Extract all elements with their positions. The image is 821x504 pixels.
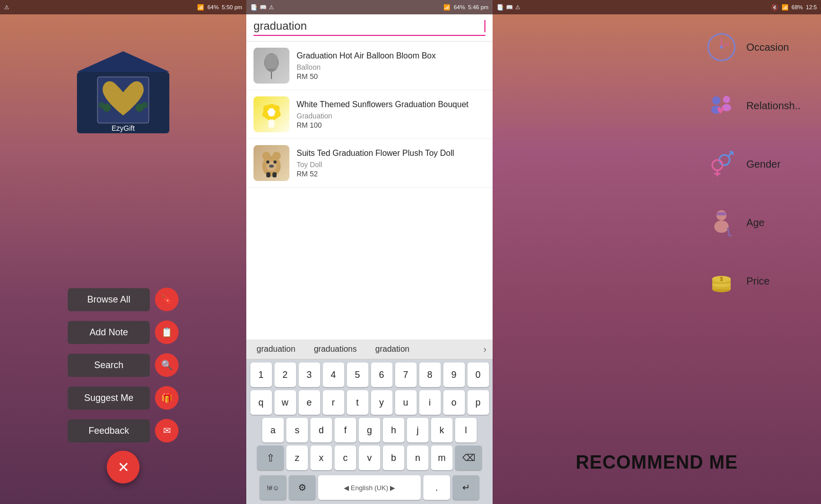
time-left: 5:50 pm <box>222 4 242 10</box>
occasion-icon <box>705 31 738 64</box>
close-fab-button[interactable]: ✕ <box>107 451 140 483</box>
key-n[interactable]: n <box>407 446 428 470</box>
add-note-button[interactable]: Add Note <box>68 321 150 344</box>
search-input[interactable] <box>253 19 484 33</box>
search-header <box>246 14 493 42</box>
key-y[interactable]: y <box>371 390 393 415</box>
key-7[interactable]: 7 <box>395 362 417 387</box>
key-p[interactable]: p <box>467 390 489 415</box>
key-z[interactable]: z <box>286 446 308 470</box>
key-v[interactable]: v <box>359 446 380 470</box>
key-5[interactable]: 5 <box>347 362 368 387</box>
result-thumb-0 <box>253 48 289 84</box>
key-e[interactable]: e <box>299 390 320 415</box>
result-thumb-1 <box>253 96 289 132</box>
key-j[interactable]: j <box>407 418 428 442</box>
envelope-icon: ✉ <box>163 425 171 436</box>
key-a[interactable]: a <box>262 418 284 442</box>
shift-key[interactable]: ⇧ <box>257 446 284 470</box>
wifi-right-icon: 📶 <box>781 4 789 11</box>
search-input-wrapper <box>253 19 485 36</box>
key-k[interactable]: k <box>431 418 453 442</box>
key-s[interactable]: s <box>286 418 308 442</box>
bookmark-icon: 🔖 <box>161 294 172 305</box>
result-info-0: Graduation Hot Air Balloon Bloom Box Bal… <box>297 51 485 81</box>
right-panel: 📑 📖 ⚠ 🔇 📶 68% 12:5 Occasion <box>493 0 821 504</box>
browse-all-button[interactable]: Browse All <box>68 288 150 311</box>
filter-relationship[interactable]: Relationsh.. <box>705 89 800 122</box>
key-w[interactable]: w <box>275 390 296 415</box>
key-1[interactable]: 1 <box>250 362 272 387</box>
key-b[interactable]: b <box>383 446 404 470</box>
menu-items: Browse All 🔖 Add Note 📋 Search 🔍 Suggest… <box>68 288 179 442</box>
warning-middle-icon: ⚠ <box>269 4 274 11</box>
add-note-icon-button[interactable]: 📋 <box>155 320 179 344</box>
svg-point-23 <box>273 160 277 164</box>
key-3[interactable]: 3 <box>299 362 320 387</box>
battery-left: 64% <box>207 4 219 10</box>
key-l[interactable]: l <box>455 418 477 442</box>
browse-all-icon-button[interactable]: 🔖 <box>155 288 179 311</box>
suggestion-1[interactable]: graduations <box>310 344 361 355</box>
result-item-0[interactable]: Graduation Hot Air Balloon Bloom Box Bal… <box>246 42 493 90</box>
result-item-2[interactable]: Suits Ted Graduation Flower Plush Toy Do… <box>246 139 493 188</box>
key-q[interactable]: q <box>250 390 272 415</box>
keyboard-area: graduation graduations gradation › 1 2 3… <box>246 339 493 504</box>
suggestion-arrow-icon[interactable]: › <box>483 344 486 355</box>
wifi-middle-icon: 📶 <box>443 4 451 11</box>
search-button[interactable]: Search <box>68 354 150 377</box>
result-item-1[interactable]: White Themed Sunflowers Graduation Bouqu… <box>246 90 493 139</box>
middle-panel: 📑 📖 ⚠ 📶 64% 5:46 pm G <box>246 0 493 504</box>
suggest-me-row: Suggest Me 🎁 <box>68 386 179 410</box>
suggest-me-button[interactable]: Suggest Me <box>68 387 150 410</box>
result-category-1: Graduation <box>297 112 485 120</box>
feedback-icon-button[interactable]: ✉ <box>155 419 179 442</box>
key-r[interactable]: r <box>323 390 344 415</box>
suggest-me-icon-button[interactable]: 🎁 <box>155 386 179 410</box>
result-name-1: White Themed Sunflowers Graduation Bouqu… <box>297 99 485 110</box>
svg-text:$: $ <box>720 276 724 282</box>
result-info-1: White Themed Sunflowers Graduation Bouqu… <box>297 99 485 130</box>
key-f[interactable]: f <box>335 418 356 442</box>
key-o[interactable]: o <box>443 390 465 415</box>
filter-price[interactable]: $ Price <box>705 265 800 297</box>
key-u[interactable]: u <box>395 390 417 415</box>
key-g[interactable]: g <box>359 418 380 442</box>
key-2[interactable]: 2 <box>275 362 296 387</box>
key-0[interactable]: 0 <box>467 362 489 387</box>
period-key[interactable]: . <box>423 475 450 500</box>
asdf-row: a s d f g h j k l <box>248 418 491 442</box>
key-9[interactable]: 9 <box>443 362 465 387</box>
suggestion-0[interactable]: graduation <box>252 344 300 355</box>
backspace-key[interactable]: ⌫ <box>455 446 482 470</box>
key-m[interactable]: m <box>431 446 453 470</box>
filter-occasion[interactable]: Occasion <box>705 31 800 64</box>
browse-all-row: Browse All 🔖 <box>68 288 179 311</box>
suggestion-2[interactable]: gradation <box>371 344 414 355</box>
space-key[interactable]: ◀ English (UK) ▶ <box>318 475 421 500</box>
key-t[interactable]: t <box>347 390 368 415</box>
key-4[interactable]: 4 <box>323 362 344 387</box>
recommend-me-label[interactable]: RECOMMEND ME <box>576 452 738 473</box>
key-6[interactable]: 6 <box>371 362 393 387</box>
svg-line-42 <box>728 228 730 236</box>
key-c[interactable]: c <box>335 446 356 470</box>
key-i[interactable]: i <box>419 390 441 415</box>
search-icon-button[interactable]: 🔍 <box>155 353 179 377</box>
feedback-button[interactable]: Feedback <box>68 419 150 442</box>
warning-right-icon: ⚠ <box>515 4 520 11</box>
svg-marker-1 <box>77 51 169 72</box>
cursor <box>484 20 485 32</box>
results-list: Graduation Hot Air Balloon Bloom Box Bal… <box>246 42 493 339</box>
key-8[interactable]: 8 <box>419 362 441 387</box>
key-x[interactable]: x <box>310 446 332 470</box>
symbols-key[interactable]: !#☺ <box>260 475 286 500</box>
key-d[interactable]: d <box>310 418 332 442</box>
filter-gender[interactable]: Gender <box>705 148 800 180</box>
enter-key[interactable]: ↵ <box>453 475 479 500</box>
svg-rect-10 <box>265 54 278 69</box>
filter-age[interactable]: Age <box>705 206 800 239</box>
suggestions-bar: graduation graduations gradation › <box>246 339 493 359</box>
settings-key[interactable]: ⚙ <box>289 475 316 500</box>
key-h[interactable]: h <box>383 418 404 442</box>
